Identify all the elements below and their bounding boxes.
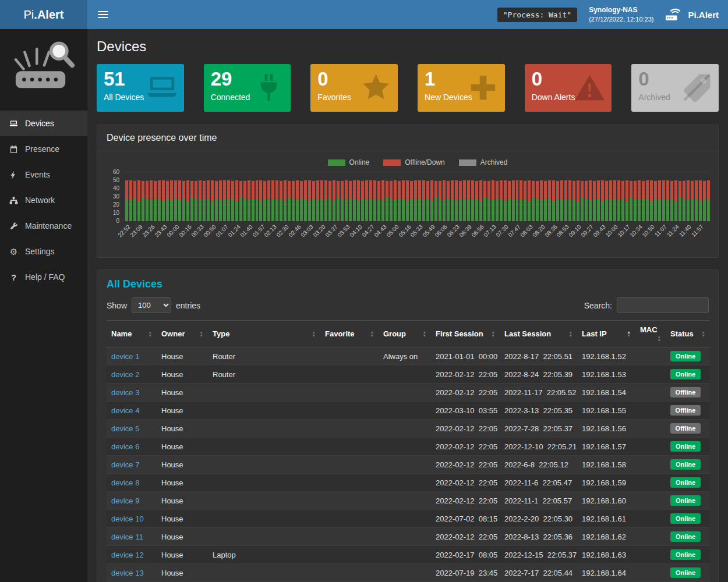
bar-segment-online — [443, 200, 446, 221]
x-axis-label: 10:50 — [641, 223, 655, 238]
cell-status: Online — [666, 456, 710, 474]
column-header-type[interactable]: Type▲▼ — [208, 321, 320, 347]
device-name-link[interactable]: device 9 — [111, 496, 139, 505]
app-logo[interactable]: Pi.Alert — [0, 0, 87, 29]
sidebar-item-devices[interactable]: Devices — [0, 111, 87, 136]
sort-icon: ▲▼ — [370, 331, 374, 338]
search-input[interactable] — [617, 297, 709, 313]
device-name-link[interactable]: device 10 — [111, 514, 144, 523]
bar-segment-online — [483, 197, 486, 221]
page-title: Devices — [97, 38, 719, 55]
x-axis-label: 00:33 — [190, 223, 204, 238]
cell-text: 2022-02-12 22:05 — [436, 460, 497, 469]
process-status-badge[interactable]: "Process: Wait" — [497, 8, 577, 22]
device-name-link[interactable]: device 2 — [111, 370, 139, 379]
x-axis-label: 11:40 — [677, 223, 692, 238]
bar-segment-online — [142, 197, 144, 221]
sidebar-item-help-faq[interactable]: ?Help / FAQ — [0, 264, 87, 290]
bar-segment-online — [564, 199, 567, 221]
card-down-alerts[interactable]: 0Down Alerts — [525, 64, 612, 112]
column-header-first-session[interactable]: First Session▲▼ — [431, 321, 500, 347]
card-connected[interactable]: 29Connected — [204, 64, 291, 112]
bar-segment-offline — [320, 180, 323, 199]
chart-bar — [500, 172, 503, 221]
cell-text: 2022-8-17 22:05.51 — [504, 352, 572, 361]
cell-text: 2022-02-12 22:05 — [436, 478, 497, 487]
bar-segment-offline — [605, 181, 608, 198]
device-name-link[interactable]: device 12 — [111, 551, 144, 559]
cell-last-ip: 192.168.1.57 — [577, 438, 635, 456]
chart-bar — [467, 172, 470, 221]
card-archived[interactable]: 0Archived — [631, 64, 719, 112]
cell-mac — [635, 474, 666, 492]
column-header-name[interactable]: Name▲▼ — [107, 321, 157, 347]
sidebar-item-network[interactable]: Network — [0, 187, 87, 213]
header-app-badge: Pi.Alert — [665, 8, 719, 22]
chart-bar — [544, 172, 547, 221]
bar-segment-offline — [666, 180, 669, 200]
cell-group — [379, 365, 431, 384]
device-name-link[interactable]: device 7 — [111, 460, 139, 469]
device-name-link[interactable]: device 11 — [111, 533, 143, 541]
bar-segment-online — [528, 201, 531, 221]
chart-bar — [642, 172, 645, 221]
cell-group — [379, 546, 431, 564]
card-favorites[interactable]: 0Favorites — [310, 64, 398, 112]
cell-text: 192.168.1.53 — [582, 370, 626, 379]
bar-segment-online — [369, 199, 372, 221]
bar-segment-online — [308, 201, 311, 221]
status-badge: Online — [670, 351, 701, 361]
brand-text-bold: .Alert — [34, 8, 63, 22]
bar-segment-offline — [683, 181, 685, 199]
bar-segment-online — [422, 200, 425, 221]
cell-status: Online — [666, 546, 710, 564]
sort-icon: ▲▼ — [149, 331, 152, 338]
bar-segment-offline — [524, 181, 526, 198]
bar-segment-online — [304, 199, 307, 221]
chart-bar — [410, 172, 413, 221]
sidebar-item-settings[interactable]: ⚙Settings — [0, 239, 87, 264]
card-all-devices[interactable]: 51All Devices — [97, 64, 184, 112]
page-length-select[interactable]: 100 — [132, 297, 171, 313]
chart-bar — [146, 172, 149, 221]
column-header-label: Favorite — [325, 329, 355, 338]
cell-favorite — [320, 402, 379, 420]
column-header-status[interactable]: Status▲▼ — [666, 321, 710, 347]
bar-segment-offline — [207, 180, 210, 199]
status-badge: Online — [670, 549, 701, 560]
sidebar-item-events[interactable]: Events — [0, 162, 87, 187]
device-name-link[interactable]: device 4 — [111, 406, 139, 415]
bar-segment-online — [296, 200, 299, 221]
cell-first-session: 2022-03-10 03:55 — [431, 402, 500, 420]
column-header-last-ip[interactable]: Last IP▲▼ — [577, 321, 635, 347]
sidebar-item-presence[interactable]: Presence — [0, 136, 87, 162]
sidebar-item-maintenance[interactable]: Maintenance — [0, 213, 87, 239]
device-name-link[interactable]: device 3 — [111, 388, 139, 397]
bar-segment-online — [479, 201, 482, 221]
device-name-link[interactable]: device 1 — [111, 352, 139, 361]
device-name-link[interactable]: device 5 — [111, 424, 139, 433]
bar-segment-offline — [475, 181, 478, 198]
device-name-link[interactable]: device 6 — [111, 442, 139, 451]
device-name-link[interactable]: device 8 — [111, 478, 139, 487]
bar-segment-online — [300, 198, 303, 221]
column-header-group[interactable]: Group▲▼ — [379, 321, 431, 347]
bar-segment-online — [508, 198, 511, 221]
x-axis-label: 07:47 — [507, 223, 521, 238]
chart-bar — [406, 172, 409, 221]
cell-mac — [635, 528, 666, 546]
cell-text: 2022-02-12 22:05 — [436, 442, 497, 451]
card-new-devices[interactable]: 1New Devices — [418, 64, 505, 112]
column-header-favorite[interactable]: Favorite▲▼ — [320, 321, 379, 347]
bar-segment-online — [256, 199, 259, 221]
column-header-owner[interactable]: Owner▲▼ — [157, 321, 208, 347]
column-header-mac[interactable]: MAC▲▼ — [635, 321, 666, 347]
bar-segment-offline — [496, 181, 499, 198]
chart-bar — [203, 172, 206, 221]
sidebar-toggle-button[interactable] — [87, 0, 119, 29]
chart-bar — [398, 172, 401, 221]
bar-segment-online — [459, 198, 462, 221]
cell-type — [208, 384, 320, 402]
device-name-link[interactable]: device 13 — [111, 569, 144, 577]
column-header-last-session[interactable]: Last Session▲▼ — [500, 321, 577, 347]
